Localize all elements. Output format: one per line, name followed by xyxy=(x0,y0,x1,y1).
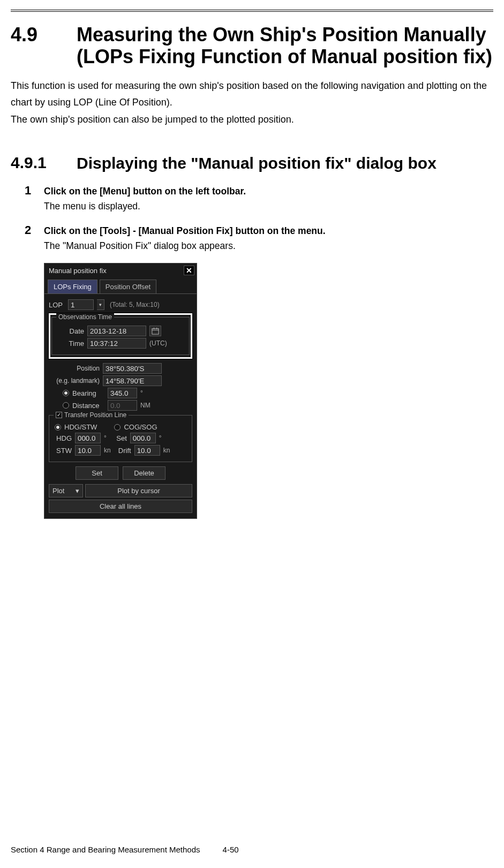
bearing-unit: ° xyxy=(140,389,143,397)
drift-label: Drift xyxy=(114,447,131,455)
drift-input[interactable] xyxy=(134,445,160,456)
lop-label: LOP xyxy=(49,301,65,309)
step-1-number: 1 xyxy=(25,184,34,214)
tab-position-offset[interactable]: Position Offset xyxy=(100,280,156,293)
time-label: Time xyxy=(57,339,84,348)
time-unit: (UTC) xyxy=(149,339,167,347)
bearing-input[interactable] xyxy=(108,388,137,398)
heading-1-title: Measuring the Own Ship's Position Manual… xyxy=(77,24,493,68)
calendar-icon-svg xyxy=(152,327,159,335)
delete-button[interactable]: Delete xyxy=(123,466,166,480)
tpl-legend: Transfer Position Line xyxy=(54,411,129,419)
position-sublabel: (e.g. landmark) xyxy=(49,377,100,384)
set-button[interactable]: Set xyxy=(76,466,118,480)
tpl-checkbox[interactable] xyxy=(56,412,62,418)
heading-1: 4.9 Measuring the Own Ship's Position Ma… xyxy=(11,24,493,68)
lop-total-label: (Total: 5, Max:10) xyxy=(110,301,160,308)
intro-paragraphs: This function is used for measuring the … xyxy=(11,78,493,129)
lop-selector-row: LOP ▾ (Total: 5, Max:10) xyxy=(49,299,192,310)
transfer-position-line-fieldset: Transfer Position Line HDG/STW COG/SOG H… xyxy=(49,415,192,462)
heading-2-number: 4.9.1 xyxy=(11,154,62,173)
close-button[interactable]: ✕ xyxy=(184,266,194,275)
close-icon: ✕ xyxy=(186,266,192,275)
svg-rect-0 xyxy=(152,329,159,335)
calendar-icon[interactable] xyxy=(149,326,161,336)
distance-label: Distance xyxy=(72,402,104,410)
step-2: 2 Click on the [Tools] - [Manual Positio… xyxy=(25,223,493,253)
step-list: 1 Click on the [Menu] button on the left… xyxy=(11,184,493,253)
date-input[interactable] xyxy=(87,326,146,336)
step-1-bold: Click on the [Menu] button on the left t… xyxy=(44,186,246,197)
set-input[interactable] xyxy=(130,433,156,443)
distance-input[interactable] xyxy=(108,400,137,411)
set-delete-row: Set Delete xyxy=(49,466,192,480)
chevron-down-icon[interactable]: ▾ xyxy=(97,299,104,310)
observations-time-fieldset: Observations Time Date Time (UTC) xyxy=(51,317,190,355)
chevron-down-icon: ▾ xyxy=(76,487,79,495)
position-lat-input[interactable] xyxy=(103,363,162,374)
plot-button[interactable]: Plot ▾ xyxy=(49,484,83,497)
tpl-legend-text: Transfer Position Line xyxy=(64,411,126,419)
stw-input[interactable] xyxy=(75,445,101,456)
bearing-label: Bearing xyxy=(72,389,104,397)
position-lon-input[interactable] xyxy=(103,375,162,386)
set-label: Set xyxy=(110,434,127,442)
step-1: 1 Click on the [Menu] button on the left… xyxy=(25,184,493,214)
distance-radio[interactable] xyxy=(63,402,69,409)
intro-line-2: The own ship's position can also be jump… xyxy=(11,111,493,129)
heading-2: 4.9.1 Displaying the "Manual position fi… xyxy=(11,154,493,173)
hdg-stw-label: HDG/STW xyxy=(64,423,97,431)
cog-sog-radio[interactable] xyxy=(114,424,121,431)
distance-unit: NM xyxy=(140,402,151,409)
stw-label: STW xyxy=(55,447,72,455)
step-2-number: 2 xyxy=(25,223,34,253)
hdg-unit: ° xyxy=(104,434,107,442)
dialog-titlebar: Manual position fix ✕ xyxy=(44,263,197,277)
hdg-input[interactable] xyxy=(75,433,101,443)
clear-all-lines-button[interactable]: Clear all lines xyxy=(49,500,192,513)
hdg-label: HDG xyxy=(55,434,72,442)
set-unit: ° xyxy=(159,434,162,442)
plot-button-label: Plot xyxy=(52,487,64,495)
page-footer: Section 4 Range and Bearing Measurement … xyxy=(11,845,239,854)
time-input[interactable] xyxy=(87,338,146,349)
footer-section: Section 4 Range and Bearing Measurement … xyxy=(11,845,200,854)
drift-unit: kn xyxy=(163,447,170,454)
step-1-text: The menu is displayed. xyxy=(44,201,140,212)
lop-input[interactable] xyxy=(68,299,94,310)
footer-page: 4-50 xyxy=(223,845,239,854)
observations-time-highlight: Observations Time Date Time (UTC) xyxy=(49,313,192,359)
plot-by-cursor-button[interactable]: Plot by cursor xyxy=(85,484,192,497)
step-2-bold: Click on the [Tools] - [Manual Position … xyxy=(44,225,326,236)
plot-row: Plot ▾ Plot by cursor xyxy=(49,484,192,497)
dialog-title: Manual position fix xyxy=(49,267,107,275)
tab-lops-fixing[interactable]: LOPs Fixing xyxy=(48,280,97,293)
hdg-stw-radio[interactable] xyxy=(55,424,61,431)
heading-1-number: 4.9 xyxy=(11,24,62,68)
dialog-tabs: LOPs Fixing Position Offset xyxy=(44,277,197,294)
step-2-text: The "Manual Position Fix" dialog box app… xyxy=(44,240,236,251)
page-top-rule xyxy=(11,10,493,12)
position-label: Position xyxy=(49,365,100,372)
manual-position-fix-dialog: Manual position fix ✕ LOPs Fixing Positi… xyxy=(44,263,197,519)
stw-unit: kn xyxy=(104,447,111,454)
bearing-radio[interactable] xyxy=(63,390,69,396)
dialog-body: LOP ▾ (Total: 5, Max:10) Observations Ti… xyxy=(44,294,197,518)
cog-sog-label: COG/SOG xyxy=(124,423,157,431)
date-label: Date xyxy=(57,327,84,335)
intro-line-1: This function is used for measuring the … xyxy=(11,78,493,111)
observations-time-legend: Observations Time xyxy=(56,313,114,321)
heading-2-title: Displaying the "Manual position fix" dia… xyxy=(77,154,437,173)
